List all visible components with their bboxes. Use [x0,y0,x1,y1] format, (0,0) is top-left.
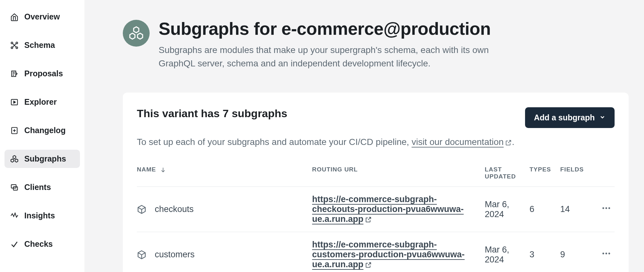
sidebar-item-proposals[interactable]: Proposals [4,64,80,83]
sidebar-item-schema[interactable]: Schema [4,36,80,54]
svg-point-0 [11,42,13,43]
svg-point-1 [16,42,18,43]
column-header-updated[interactable]: LAST UPDATED [482,166,526,187]
sidebar-item-label: Insights [24,211,55,220]
routing-url-link[interactable]: https://e-commerce-subgraph-checkouts-pr… [312,194,464,224]
checks-icon [10,240,19,248]
svg-point-11 [602,253,604,254]
external-link-icon [365,261,372,268]
sidebar-item-overview[interactable]: Overview [4,8,80,26]
subgraph-name: customers [152,232,309,272]
insights-icon [10,212,19,220]
sidebar-item-label: Checks [24,239,53,249]
sidebar-item-label: Changelog [24,126,66,135]
sidebar-item-clients[interactable]: Clients [4,178,80,196]
fields-count: 9 [557,232,592,272]
table-row[interactable]: customers https://e-commerce-subgraph-cu… [137,232,615,272]
cube-icon [137,205,146,214]
column-header-actions [592,166,615,187]
sidebar-item-subgraphs[interactable]: Subgraphs [4,150,80,168]
page-title: Subgraphs for e-commerce@production [159,19,629,39]
card-description: To set up each of your subgraphs and aut… [137,135,615,149]
sidebar: Overview Schema Proposals Explorer Chang… [0,0,84,272]
svg-point-12 [605,253,607,254]
svg-point-10 [609,208,610,209]
sort-down-icon [160,167,166,173]
sidebar-item-changelog[interactable]: Changelog [4,121,80,140]
column-header-url[interactable]: ROUTING URL [309,166,482,187]
sidebar-item-checks[interactable]: Checks [4,235,80,253]
home-icon [10,13,19,21]
more-options-button[interactable] [601,203,611,213]
fields-count: 14 [557,187,592,232]
sidebar-item-insights[interactable]: Insights [4,207,80,225]
schema-icon [10,41,19,49]
subgraphs-table: NAME ROUTING URL LAST UPDATED TYPES FIEL… [137,166,615,272]
more-options-button[interactable] [601,248,611,259]
chevron-down-icon [599,113,606,122]
changelog-icon [10,126,19,135]
sidebar-item-label: Subgraphs [24,154,66,163]
sidebar-item-label: Clients [24,183,51,192]
routing-url-link[interactable]: https://e-commerce-subgraph-customers-pr… [312,240,465,269]
types-count: 6 [526,187,557,232]
svg-point-8 [602,208,604,209]
sidebar-item-explorer[interactable]: Explorer [4,93,80,111]
column-header-fields[interactable]: FIELDS [557,166,592,187]
table-row[interactable]: checkouts https://e-commerce-subgraph-ch… [137,187,615,232]
last-updated: Mar 6, 2024 [482,187,526,232]
page-header-icon [123,20,150,47]
column-header-name[interactable]: NAME [137,166,309,187]
sidebar-item-label: Schema [24,41,55,50]
proposals-icon [10,70,19,78]
add-subgraph-label: Add a subgraph [534,113,595,122]
page-subtitle: Subgraphs are modules that make up your … [159,43,510,70]
documentation-link[interactable]: visit our documentation [412,137,512,147]
sidebar-item-label: Explorer [24,97,57,107]
page-header: Subgraphs for e-commerce@production Subg… [123,19,629,70]
clients-icon [10,183,19,192]
main-content: Subgraphs for e-commerce@production Subg… [84,0,644,272]
subgraphs-icon [10,155,19,163]
external-link-icon [505,139,512,146]
explorer-icon [10,98,19,106]
subgraphs-card: This variant has 7 subgraphs Add a subgr… [123,93,629,272]
types-count: 3 [526,232,557,272]
svg-point-9 [605,208,607,209]
svg-point-13 [609,253,610,254]
column-header-types[interactable]: TYPES [526,166,557,187]
svg-point-2 [11,47,13,48]
subgraph-name: checkouts [152,187,309,232]
last-updated: Mar 6, 2024 [482,232,526,272]
add-subgraph-button[interactable]: Add a subgraph [525,107,615,128]
external-link-icon [365,216,372,223]
svg-point-3 [16,47,18,48]
card-title: This variant has 7 subgraphs [137,107,287,120]
sidebar-item-label: Proposals [24,69,63,78]
cube-icon [137,250,146,260]
sidebar-item-label: Overview [24,12,60,21]
